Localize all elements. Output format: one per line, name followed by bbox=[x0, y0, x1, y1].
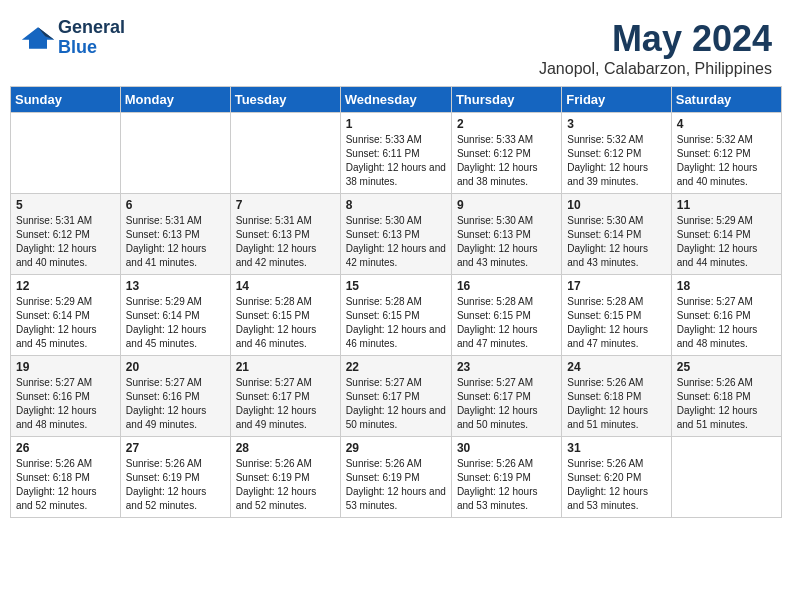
day-number: 29 bbox=[346, 441, 446, 455]
day-info: Sunrise: 5:27 AMSunset: 6:17 PMDaylight:… bbox=[457, 376, 556, 432]
logo-icon bbox=[20, 20, 56, 56]
weekday-header-row: SundayMondayTuesdayWednesdayThursdayFrid… bbox=[11, 87, 782, 113]
calendar-cell: 15Sunrise: 5:28 AMSunset: 6:15 PMDayligh… bbox=[340, 275, 451, 356]
day-number: 12 bbox=[16, 279, 115, 293]
svg-marker-0 bbox=[22, 27, 54, 49]
day-number: 16 bbox=[457, 279, 556, 293]
page-header: General Blue May 2024 Janopol, Calabarzo… bbox=[10, 10, 782, 82]
calendar-cell: 11Sunrise: 5:29 AMSunset: 6:14 PMDayligh… bbox=[671, 194, 781, 275]
day-number: 26 bbox=[16, 441, 115, 455]
calendar-cell: 8Sunrise: 5:30 AMSunset: 6:13 PMDaylight… bbox=[340, 194, 451, 275]
day-number: 20 bbox=[126, 360, 225, 374]
day-info: Sunrise: 5:27 AMSunset: 6:16 PMDaylight:… bbox=[677, 295, 776, 351]
day-number: 18 bbox=[677, 279, 776, 293]
day-info: Sunrise: 5:28 AMSunset: 6:15 PMDaylight:… bbox=[346, 295, 446, 351]
day-number: 31 bbox=[567, 441, 665, 455]
day-info: Sunrise: 5:26 AMSunset: 6:18 PMDaylight:… bbox=[567, 376, 665, 432]
day-number: 6 bbox=[126, 198, 225, 212]
day-info: Sunrise: 5:29 AMSunset: 6:14 PMDaylight:… bbox=[126, 295, 225, 351]
day-number: 28 bbox=[236, 441, 335, 455]
day-number: 17 bbox=[567, 279, 665, 293]
calendar-cell: 2Sunrise: 5:33 AMSunset: 6:12 PMDaylight… bbox=[451, 113, 561, 194]
logo: General Blue bbox=[20, 18, 125, 58]
day-number: 7 bbox=[236, 198, 335, 212]
calendar-cell: 1Sunrise: 5:33 AMSunset: 6:11 PMDaylight… bbox=[340, 113, 451, 194]
day-number: 14 bbox=[236, 279, 335, 293]
day-info: Sunrise: 5:30 AMSunset: 6:13 PMDaylight:… bbox=[457, 214, 556, 270]
calendar-header: SundayMondayTuesdayWednesdayThursdayFrid… bbox=[11, 87, 782, 113]
day-info: Sunrise: 5:26 AMSunset: 6:19 PMDaylight:… bbox=[126, 457, 225, 513]
day-info: Sunrise: 5:30 AMSunset: 6:13 PMDaylight:… bbox=[346, 214, 446, 270]
calendar-cell: 26Sunrise: 5:26 AMSunset: 6:18 PMDayligh… bbox=[11, 437, 121, 518]
day-number: 8 bbox=[346, 198, 446, 212]
calendar-cell: 19Sunrise: 5:27 AMSunset: 6:16 PMDayligh… bbox=[11, 356, 121, 437]
day-number: 4 bbox=[677, 117, 776, 131]
day-number: 22 bbox=[346, 360, 446, 374]
day-info: Sunrise: 5:28 AMSunset: 6:15 PMDaylight:… bbox=[236, 295, 335, 351]
calendar-cell: 3Sunrise: 5:32 AMSunset: 6:12 PMDaylight… bbox=[562, 113, 671, 194]
day-info: Sunrise: 5:30 AMSunset: 6:14 PMDaylight:… bbox=[567, 214, 665, 270]
day-number: 27 bbox=[126, 441, 225, 455]
calendar-cell: 24Sunrise: 5:26 AMSunset: 6:18 PMDayligh… bbox=[562, 356, 671, 437]
calendar-cell bbox=[671, 437, 781, 518]
day-info: Sunrise: 5:33 AMSunset: 6:12 PMDaylight:… bbox=[457, 133, 556, 189]
calendar-cell: 17Sunrise: 5:28 AMSunset: 6:15 PMDayligh… bbox=[562, 275, 671, 356]
calendar-cell: 28Sunrise: 5:26 AMSunset: 6:19 PMDayligh… bbox=[230, 437, 340, 518]
day-number: 10 bbox=[567, 198, 665, 212]
calendar-cell: 31Sunrise: 5:26 AMSunset: 6:20 PMDayligh… bbox=[562, 437, 671, 518]
weekday-header-monday: Monday bbox=[120, 87, 230, 113]
day-number: 23 bbox=[457, 360, 556, 374]
day-number: 1 bbox=[346, 117, 446, 131]
day-info: Sunrise: 5:32 AMSunset: 6:12 PMDaylight:… bbox=[677, 133, 776, 189]
day-number: 25 bbox=[677, 360, 776, 374]
calendar-cell: 29Sunrise: 5:26 AMSunset: 6:19 PMDayligh… bbox=[340, 437, 451, 518]
day-info: Sunrise: 5:31 AMSunset: 6:12 PMDaylight:… bbox=[16, 214, 115, 270]
calendar-cell: 27Sunrise: 5:26 AMSunset: 6:19 PMDayligh… bbox=[120, 437, 230, 518]
day-info: Sunrise: 5:31 AMSunset: 6:13 PMDaylight:… bbox=[126, 214, 225, 270]
day-info: Sunrise: 5:26 AMSunset: 6:19 PMDaylight:… bbox=[457, 457, 556, 513]
calendar-cell: 16Sunrise: 5:28 AMSunset: 6:15 PMDayligh… bbox=[451, 275, 561, 356]
calendar-body: 1Sunrise: 5:33 AMSunset: 6:11 PMDaylight… bbox=[11, 113, 782, 518]
logo-name-part1: General bbox=[58, 18, 125, 38]
calendar-cell: 21Sunrise: 5:27 AMSunset: 6:17 PMDayligh… bbox=[230, 356, 340, 437]
main-title: May 2024 bbox=[539, 18, 772, 60]
calendar-cell: 7Sunrise: 5:31 AMSunset: 6:13 PMDaylight… bbox=[230, 194, 340, 275]
day-info: Sunrise: 5:26 AMSunset: 6:19 PMDaylight:… bbox=[236, 457, 335, 513]
weekday-header-saturday: Saturday bbox=[671, 87, 781, 113]
day-number: 15 bbox=[346, 279, 446, 293]
calendar-cell: 13Sunrise: 5:29 AMSunset: 6:14 PMDayligh… bbox=[120, 275, 230, 356]
day-number: 2 bbox=[457, 117, 556, 131]
day-info: Sunrise: 5:26 AMSunset: 6:18 PMDaylight:… bbox=[677, 376, 776, 432]
weekday-header-wednesday: Wednesday bbox=[340, 87, 451, 113]
day-number: 21 bbox=[236, 360, 335, 374]
calendar-week-2: 5Sunrise: 5:31 AMSunset: 6:12 PMDaylight… bbox=[11, 194, 782, 275]
day-info: Sunrise: 5:27 AMSunset: 6:16 PMDaylight:… bbox=[126, 376, 225, 432]
day-info: Sunrise: 5:28 AMSunset: 6:15 PMDaylight:… bbox=[567, 295, 665, 351]
calendar-week-1: 1Sunrise: 5:33 AMSunset: 6:11 PMDaylight… bbox=[11, 113, 782, 194]
day-number: 30 bbox=[457, 441, 556, 455]
day-number: 13 bbox=[126, 279, 225, 293]
calendar-cell: 22Sunrise: 5:27 AMSunset: 6:17 PMDayligh… bbox=[340, 356, 451, 437]
day-info: Sunrise: 5:27 AMSunset: 6:17 PMDaylight:… bbox=[236, 376, 335, 432]
day-info: Sunrise: 5:29 AMSunset: 6:14 PMDaylight:… bbox=[16, 295, 115, 351]
day-info: Sunrise: 5:32 AMSunset: 6:12 PMDaylight:… bbox=[567, 133, 665, 189]
logo-name-part2: Blue bbox=[58, 38, 125, 58]
calendar-week-5: 26Sunrise: 5:26 AMSunset: 6:18 PMDayligh… bbox=[11, 437, 782, 518]
day-info: Sunrise: 5:27 AMSunset: 6:17 PMDaylight:… bbox=[346, 376, 446, 432]
calendar-cell bbox=[120, 113, 230, 194]
calendar-cell: 12Sunrise: 5:29 AMSunset: 6:14 PMDayligh… bbox=[11, 275, 121, 356]
weekday-header-thursday: Thursday bbox=[451, 87, 561, 113]
day-info: Sunrise: 5:27 AMSunset: 6:16 PMDaylight:… bbox=[16, 376, 115, 432]
calendar-cell: 18Sunrise: 5:27 AMSunset: 6:16 PMDayligh… bbox=[671, 275, 781, 356]
calendar-cell: 20Sunrise: 5:27 AMSunset: 6:16 PMDayligh… bbox=[120, 356, 230, 437]
weekday-header-tuesday: Tuesday bbox=[230, 87, 340, 113]
calendar-cell: 25Sunrise: 5:26 AMSunset: 6:18 PMDayligh… bbox=[671, 356, 781, 437]
day-number: 24 bbox=[567, 360, 665, 374]
day-info: Sunrise: 5:31 AMSunset: 6:13 PMDaylight:… bbox=[236, 214, 335, 270]
day-info: Sunrise: 5:26 AMSunset: 6:18 PMDaylight:… bbox=[16, 457, 115, 513]
calendar-cell: 4Sunrise: 5:32 AMSunset: 6:12 PMDaylight… bbox=[671, 113, 781, 194]
calendar-cell: 30Sunrise: 5:26 AMSunset: 6:19 PMDayligh… bbox=[451, 437, 561, 518]
day-info: Sunrise: 5:26 AMSunset: 6:20 PMDaylight:… bbox=[567, 457, 665, 513]
day-info: Sunrise: 5:28 AMSunset: 6:15 PMDaylight:… bbox=[457, 295, 556, 351]
calendar-cell: 6Sunrise: 5:31 AMSunset: 6:13 PMDaylight… bbox=[120, 194, 230, 275]
